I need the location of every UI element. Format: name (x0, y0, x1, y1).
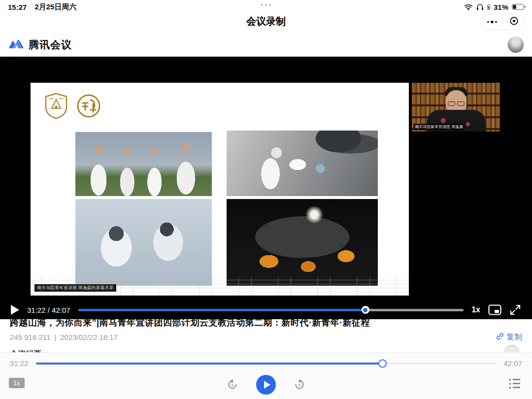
user-avatar[interactable] (507, 36, 524, 53)
total-time-label: 42:07 (503, 359, 522, 367)
page-title: 会议录制 (246, 15, 286, 28)
more-dots-icon (487, 21, 497, 24)
meeting-recording-screen: 15:27 2月25日周六 31% 会议录制 (0, 0, 532, 399)
slide-photo-snow-megaphone (227, 131, 378, 196)
brand: 腾讯会议 (8, 38, 72, 52)
meta-separator: | (54, 333, 56, 341)
battery-percent: 31% (494, 3, 508, 11)
clock-date: 2月25日周六 (34, 2, 76, 12)
slide-photo-labcoat-group (75, 132, 212, 196)
nav-bar: 会议录制 (0, 14, 532, 33)
exit-record-button[interactable] (503, 14, 525, 30)
speaker-name-label: 南大马院青年宣讲团 周逸森 (413, 124, 465, 130)
university-shield-logo-icon (44, 93, 68, 121)
miniprogram-capsule (481, 14, 525, 30)
tencent-meeting-logo-icon (8, 38, 25, 52)
fullscreen-icon[interactable] (509, 304, 521, 316)
recording-title: 跨越山海，为你而来”|南马青年宣讲团四部计划云支教活动第二期：新时代·新青年·新… (10, 319, 522, 329)
slide-logos (44, 93, 101, 121)
speaker-glasses (448, 101, 465, 106)
svg-text:5: 5 (231, 383, 233, 388)
chapter-list-icon[interactable] (509, 379, 521, 389)
status-bar: 15:27 2月25日周六 31% (0, 0, 532, 14)
multitask-handle-icon (261, 4, 271, 6)
shared-slide: 南大马院青年宣讲团 周逸森的屏幕共享 (31, 83, 409, 296)
rewind-5-icon[interactable]: 5 (227, 379, 238, 391)
copy-link-label: 复制 (506, 332, 522, 342)
play-triangle-icon (264, 381, 270, 389)
playback-speed-button[interactable]: 1x (471, 305, 480, 314)
slide-photo-frost-soldiers (75, 199, 212, 286)
play-icon[interactable] (11, 305, 19, 315)
slide-photo-night-workers (227, 199, 378, 286)
picture-in-picture-icon[interactable] (488, 304, 501, 315)
app-header: 腾讯会议 (0, 33, 532, 57)
svg-text:5: 5 (298, 383, 300, 388)
video-progress-track[interactable] (78, 309, 464, 311)
meeting-notes-section[interactable]: 会议纪要 (10, 349, 41, 353)
video-control-bar: 31:22 / 42:07 1x (0, 300, 532, 319)
record-circle-icon (509, 16, 519, 28)
recording-meta: 245 916 211 | 2023/02/22 18:17 (10, 333, 118, 341)
copy-link-button[interactable]: 复制 (496, 332, 522, 342)
wifi-icon (464, 4, 473, 10)
forward-5-icon[interactable]: 5 (294, 379, 305, 391)
speaker-video-tile[interactable]: 南大马院青年宣讲团 周逸森 (412, 83, 500, 132)
current-time-label: 31:22 (10, 359, 29, 367)
floating-widget-partial[interactable] (504, 345, 519, 353)
video-time-display: 31:22 / 42:07 (27, 306, 70, 314)
recording-datetime: 2023/02/22 18:17 (60, 333, 118, 341)
audio-progress-thumb[interactable] (378, 359, 387, 367)
video-player[interactable]: 南大马院青年宣讲团 周逸森的屏幕共享 南大马院青年宣讲团 周逸森 31:22 /… (0, 57, 532, 319)
clock-time: 15:27 (8, 3, 27, 11)
video-progress-fill (78, 309, 366, 311)
bottom-player-bar: 31:22 42:07 1x 5 5 (0, 353, 532, 399)
recording-info: 跨越山海，为你而来”|南马青年宣讲团四部计划云支教活动第二期：新时代·新青年·新… (0, 319, 532, 353)
more-button[interactable] (481, 14, 503, 30)
headphones-icon (476, 3, 484, 10)
meeting-id: 245 916 211 (10, 333, 50, 341)
battery-icon (512, 4, 524, 10)
screen-share-watermark: 南大马院青年宣讲团 周逸森的屏幕共享 (34, 284, 116, 292)
audio-progress-fill (36, 363, 382, 365)
accessory-battery-icon (487, 4, 490, 10)
video-progress-thumb[interactable] (362, 306, 369, 314)
audio-progress-track[interactable] (36, 363, 497, 365)
speed-badge-button[interactable]: 1x (9, 378, 25, 388)
seal-logo-icon (76, 93, 101, 121)
brand-name: 腾讯会议 (29, 38, 72, 52)
link-icon (496, 332, 504, 342)
play-button[interactable] (256, 375, 276, 395)
meeting-notes-label: 会议纪要 (10, 349, 41, 353)
